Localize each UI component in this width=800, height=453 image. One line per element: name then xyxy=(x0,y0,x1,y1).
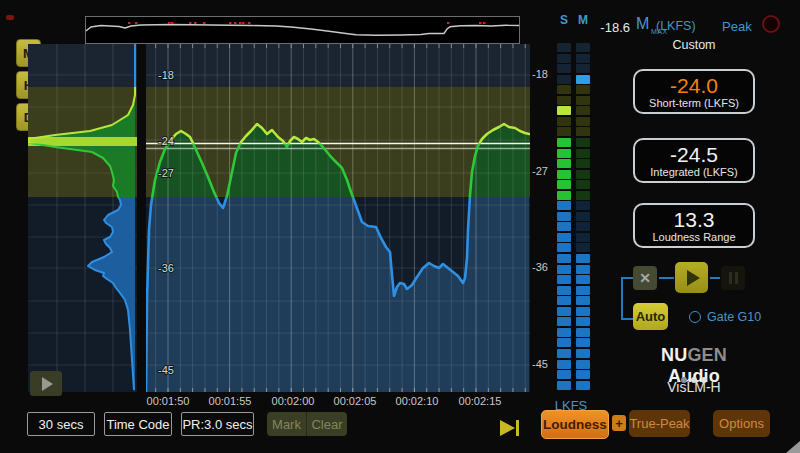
short-term-readout[interactable]: -24.0 Short-term (LKFS) xyxy=(633,69,755,114)
meter-segment xyxy=(557,138,571,147)
meter-segment xyxy=(576,212,590,221)
meter-segment xyxy=(576,117,590,126)
pause-icon xyxy=(735,272,738,284)
resize-grip[interactable] xyxy=(786,441,800,453)
meter-segment xyxy=(557,296,571,305)
momentary-max-unit: (LKFS) xyxy=(656,19,696,33)
x-icon: ✕ xyxy=(639,270,651,286)
meter-segment xyxy=(557,317,571,326)
tab-options[interactable]: Options xyxy=(713,410,770,437)
svg-text:-18: -18 xyxy=(158,69,174,81)
logo-nu: NU xyxy=(661,345,687,365)
meter-segment xyxy=(557,85,571,94)
meter-segment xyxy=(576,338,590,347)
meter-segment xyxy=(576,381,590,390)
gate-radio[interactable] xyxy=(689,311,701,323)
reset-button[interactable]: ✕ xyxy=(633,266,657,290)
meter-segment xyxy=(557,328,571,337)
tab-link-plus[interactable]: + xyxy=(612,415,626,431)
tab-true-peak[interactable]: True-Peak xyxy=(629,410,690,437)
time-tick-label: 00:02:00 xyxy=(261,395,325,407)
meter-segment xyxy=(576,75,590,84)
play-button[interactable] xyxy=(675,262,708,293)
clear-button[interactable]: Clear xyxy=(307,412,347,436)
pause-icon xyxy=(729,272,732,284)
meter-segment xyxy=(576,307,590,316)
meter-segment xyxy=(576,360,590,369)
play-icon xyxy=(687,270,700,286)
meter-segment xyxy=(557,233,571,242)
meter-segment xyxy=(576,64,590,73)
momentary-max-value: -18.6 xyxy=(585,20,630,35)
time-tick-label: 00:01:50 xyxy=(136,395,200,407)
meter-segment xyxy=(557,370,571,379)
meter-segment xyxy=(576,265,590,274)
meter-segment xyxy=(576,138,590,147)
meter-segment xyxy=(557,43,571,52)
meter-segment xyxy=(557,212,571,221)
meter-segment xyxy=(557,243,571,252)
meter-segment xyxy=(557,307,571,316)
meter-segment xyxy=(557,254,571,263)
momentary-meter xyxy=(576,43,590,391)
meter-segment xyxy=(576,85,590,94)
integrated-readout[interactable]: -24.5 Integrated (LKFS) xyxy=(633,138,755,183)
meter-segment xyxy=(557,286,571,295)
meter-segment xyxy=(557,54,571,63)
mark-button[interactable]: Mark xyxy=(267,412,306,436)
skip-to-end-bar[interactable] xyxy=(516,420,519,436)
auto-link-bracket xyxy=(621,277,633,320)
meter-segment xyxy=(557,201,571,210)
loudness-range-readout[interactable]: 13.3 Loudness Range xyxy=(633,203,755,248)
meter-segment xyxy=(557,360,571,369)
meter-segment xyxy=(576,106,590,115)
meter-segment xyxy=(576,159,590,168)
meter-segment xyxy=(576,328,590,337)
meter-segment xyxy=(557,265,571,274)
peak-indicator-lamp[interactable] xyxy=(762,15,780,33)
meter-segment xyxy=(576,296,590,305)
meter-segment xyxy=(576,286,590,295)
meter-segment xyxy=(576,349,590,358)
meter-segment xyxy=(557,117,571,126)
loudness-range-label: Loudness Range xyxy=(652,231,735,243)
loudness-history-graph[interactable]: -18-24-27-36-45 xyxy=(146,44,530,392)
time-tick-label: 00:02:10 xyxy=(385,395,449,407)
meter-segment xyxy=(576,317,590,326)
meter-segment xyxy=(557,191,571,200)
meter-segment xyxy=(557,106,571,115)
loudness-distribution-histogram xyxy=(28,44,137,392)
mark-clear-group: Mark Clear xyxy=(267,412,347,436)
gate-label[interactable]: Gate G10 xyxy=(707,310,761,324)
meter-segment xyxy=(557,222,571,231)
meter-scale-label: -45 xyxy=(516,358,548,370)
meter-segment xyxy=(576,254,590,263)
overview-waveform-strip[interactable] xyxy=(85,16,520,44)
auto-button[interactable]: Auto xyxy=(633,303,668,330)
peak-label: Peak xyxy=(722,19,752,34)
meter-segment xyxy=(576,275,590,284)
svg-text:-27: -27 xyxy=(158,167,174,179)
pause-button[interactable] xyxy=(721,266,745,290)
preset-name[interactable]: Custom xyxy=(633,38,755,52)
short-term-meter xyxy=(557,43,571,391)
meter-segment xyxy=(557,96,571,105)
short-term-value: -24.0 xyxy=(670,75,718,97)
play-icon xyxy=(42,377,53,391)
meter-segment xyxy=(576,43,590,52)
meter-segment xyxy=(576,170,590,179)
meter-segment xyxy=(576,370,590,379)
transport-link-line xyxy=(659,277,674,279)
clip-indicator xyxy=(6,15,14,20)
skip-to-end-icon[interactable] xyxy=(500,420,515,436)
tab-loudness[interactable]: Loudness xyxy=(541,410,609,439)
histogram-play-button[interactable] xyxy=(30,371,62,396)
meter-segment xyxy=(557,275,571,284)
svg-text:-36: -36 xyxy=(158,262,174,274)
window-length-button[interactable]: 30 secs xyxy=(27,412,95,436)
short-term-label: Short-term (LKFS) xyxy=(649,97,739,109)
practical-range-button[interactable]: PR:3.0 secs xyxy=(181,412,254,436)
meter-scale-label: -18 xyxy=(516,68,548,80)
timecode-button[interactable]: Time Code xyxy=(104,412,172,436)
time-tick-label: 00:02:15 xyxy=(448,395,512,407)
